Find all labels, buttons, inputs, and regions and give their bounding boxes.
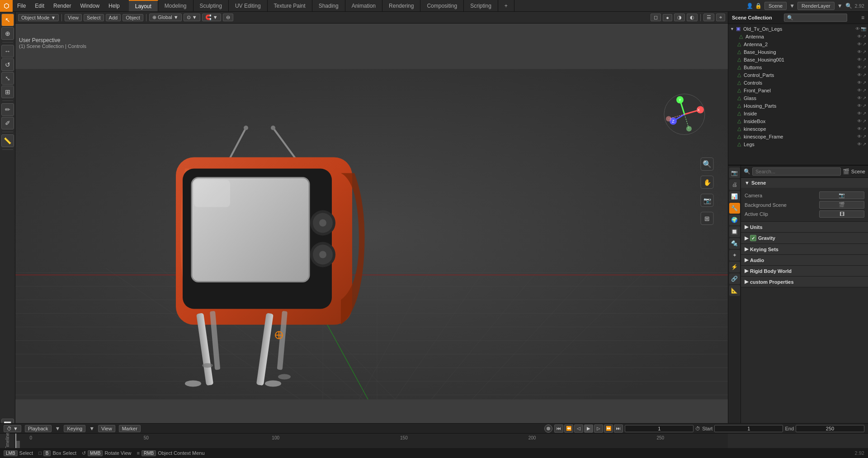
shading-material[interactable]: ◑ bbox=[674, 14, 685, 21]
tool-scale[interactable]: ⤡ bbox=[1, 72, 14, 85]
vis-icon[interactable]: 👁 bbox=[857, 65, 862, 70]
prev-keyframe-btn[interactable]: ⏪ bbox=[564, 425, 573, 433]
visibility-icon[interactable]: 👁 bbox=[855, 26, 860, 31]
workspace-layout[interactable]: Layout bbox=[129, 0, 158, 11]
props-tab-modifier[interactable]: 🔩 bbox=[729, 238, 740, 249]
props-tab-render[interactable]: 📷 bbox=[729, 167, 740, 178]
outliner-item-controls[interactable]: △ Controls 👁 ↗ bbox=[728, 79, 868, 86]
user-icon[interactable]: 👤 bbox=[746, 3, 753, 9]
props-tab-constraints[interactable]: 🔗 bbox=[729, 273, 740, 284]
tool-cursor[interactable]: ⊕ bbox=[1, 27, 14, 40]
shading-solid[interactable]: ● bbox=[663, 14, 672, 21]
tool-select[interactable]: ↖ bbox=[1, 14, 14, 26]
vis-icon[interactable]: 👁 bbox=[857, 111, 862, 116]
outliner-item-antenna[interactable]: △ Antenna 👁 ↗ bbox=[728, 33, 868, 40]
outliner-item-antenna2[interactable]: △ Antenna_2 👁 ↗ bbox=[728, 40, 868, 48]
sel-icon[interactable]: ↗ bbox=[863, 72, 866, 77]
workspace-texture-paint[interactable]: Texture Paint bbox=[268, 0, 312, 11]
vis-icon[interactable]: 👁 bbox=[857, 72, 862, 77]
workspace-scripting[interactable]: Scripting bbox=[464, 0, 498, 11]
vis-icon[interactable]: 👁 bbox=[857, 95, 862, 100]
transform-global-btn[interactable]: ⊕ Global ▼ bbox=[149, 14, 182, 21]
viewport-object-btn[interactable]: Object bbox=[123, 14, 143, 21]
workspace-modeling[interactable]: Modeling bbox=[158, 0, 193, 11]
props-tab-data[interactable]: 📐 bbox=[729, 285, 740, 296]
menu-help[interactable]: Help bbox=[104, 0, 124, 11]
sel-icon[interactable]: ↗ bbox=[863, 111, 866, 116]
next-frame-btn[interactable]: ▷ bbox=[594, 425, 603, 433]
timeline-editor-btn[interactable]: ⏱ ▼ bbox=[4, 425, 21, 432]
tool-rotate[interactable]: ↺ bbox=[1, 58, 14, 71]
vis-icon[interactable]: 👁 bbox=[857, 42, 862, 47]
timeline-keying-btn[interactable]: Keying bbox=[64, 425, 85, 432]
bg-scene-value-btn[interactable]: 🎬 bbox=[819, 201, 864, 209]
camera-value-btn[interactable]: 📷 bbox=[819, 191, 864, 199]
props-units-header[interactable]: ▶ Units bbox=[741, 222, 868, 232]
timeline-marker-btn[interactable]: Marker bbox=[119, 425, 141, 432]
vis-icon[interactable]: 👁 bbox=[857, 57, 862, 62]
workspace-shading[interactable]: Shading bbox=[312, 0, 345, 11]
shading-wireframe[interactable]: ◻ bbox=[651, 14, 661, 21]
outliner-item-glass[interactable]: △ Glass 👁 ↗ bbox=[728, 94, 868, 102]
proportional-btn[interactable]: ⊖ bbox=[223, 14, 233, 21]
vis-icon[interactable]: 👁 bbox=[857, 119, 862, 124]
sel-icon[interactable]: ↗ bbox=[863, 126, 866, 131]
workspace-add[interactable]: + bbox=[498, 0, 514, 11]
tool-annotate-line[interactable]: ✐ bbox=[1, 117, 14, 129]
props-rigid-body-header[interactable]: ▶ Rigid Body World bbox=[741, 266, 868, 276]
outliner-item-housing-parts[interactable]: △ Housing_Parts 👁 ↗ bbox=[728, 102, 868, 110]
viewport-add-btn[interactable]: Add bbox=[106, 14, 121, 21]
play-btn[interactable]: ▶ bbox=[584, 425, 593, 433]
workspace-animation[interactable]: Animation bbox=[345, 0, 382, 11]
workspace-compositing[interactable]: Compositing bbox=[420, 0, 464, 11]
outliner-collection-root[interactable]: ▼ ▣ Old_Tv_On_Legs 👁 📷 bbox=[728, 25, 868, 33]
frame-end-input[interactable] bbox=[796, 425, 864, 432]
search-icon[interactable]: 🔍 bbox=[845, 3, 852, 9]
render-layer-selector[interactable]: RenderLayer bbox=[797, 2, 835, 10]
prev-frame-btn[interactable]: ◁ bbox=[574, 425, 583, 433]
outliner-item-control-parts[interactable]: △ Control_Parts 👁 ↗ bbox=[728, 71, 868, 79]
outliner-item-base-housing[interactable]: △ Base_Housing 👁 ↗ bbox=[728, 48, 868, 56]
transform-pivot-btn[interactable]: ⊙ ▼ bbox=[184, 14, 200, 21]
frame-start-input[interactable] bbox=[714, 425, 783, 432]
render-icon[interactable]: 📷 bbox=[861, 26, 866, 31]
props-section-scene-header[interactable]: ▼ Scene bbox=[741, 178, 868, 188]
next-keyframe-btn[interactable]: ⏩ bbox=[604, 425, 613, 433]
viewport-canvas[interactable]: User Perspective (1) Scene Collection | … bbox=[15, 24, 728, 433]
menu-file[interactable]: File bbox=[13, 0, 30, 11]
sel-icon[interactable]: ↗ bbox=[863, 134, 866, 139]
props-tab-view-layer[interactable]: 📊 bbox=[729, 191, 740, 202]
sel-icon[interactable]: ↗ bbox=[863, 103, 866, 108]
vis-icon[interactable]: 👁 bbox=[857, 126, 862, 131]
vis-icon[interactable]: 👁 bbox=[857, 134, 862, 139]
props-custom-props-header[interactable]: ▶ custom Properties bbox=[741, 277, 868, 287]
sel-icon[interactable]: ↗ bbox=[863, 119, 866, 124]
tool-transform[interactable]: ⊞ bbox=[1, 86, 14, 98]
props-tab-object[interactable]: 🔲 bbox=[729, 226, 740, 237]
viewport-select-btn[interactable]: Select bbox=[84, 14, 104, 21]
scene-selector[interactable]: Scene bbox=[764, 2, 787, 10]
vis-icon[interactable]: 👁 bbox=[857, 34, 862, 39]
props-tab-scene[interactable]: 🔧 bbox=[729, 203, 740, 214]
timeline-view-btn[interactable]: View bbox=[98, 425, 115, 432]
workspace-rendering[interactable]: Rendering bbox=[382, 0, 420, 11]
timeline-playback-btn[interactable]: Playback bbox=[25, 425, 52, 432]
props-keying-header[interactable]: ▶ Keying Sets bbox=[741, 244, 868, 254]
sel-icon[interactable]: ↗ bbox=[863, 49, 866, 54]
snap-btn[interactable]: 🧲 ▼ bbox=[202, 14, 221, 21]
vis-icon[interactable]: 👁 bbox=[857, 80, 862, 85]
props-tab-world[interactable]: 🌍 bbox=[729, 215, 740, 225]
outliner-filter-icon[interactable]: ≡ bbox=[861, 14, 864, 21]
outliner-item-kinescope[interactable]: △ kinescope 👁 ↗ bbox=[728, 125, 868, 133]
props-audio-header[interactable]: ▶ Audio bbox=[741, 255, 868, 265]
sel-icon[interactable]: ↗ bbox=[863, 142, 866, 147]
viewport-3d[interactable]: Object Mode ▼ View Select Add Object ⊕ G… bbox=[15, 12, 728, 433]
outliner-item-front-panel[interactable]: △ Front_Panel 👁 ↗ bbox=[728, 86, 868, 94]
menu-edit[interactable]: Edit bbox=[30, 0, 49, 11]
sel-icon[interactable]: ↗ bbox=[863, 57, 866, 62]
sel-icon[interactable]: ↗ bbox=[863, 80, 866, 85]
sel-icon[interactable]: ↗ bbox=[863, 65, 866, 70]
workspace-sculpting[interactable]: Sculpting bbox=[193, 0, 229, 11]
shading-rendered[interactable]: ◐ bbox=[687, 14, 698, 21]
outliner-item-kinescope-frame[interactable]: △ kinescope_Frame 👁 ↗ bbox=[728, 133, 868, 140]
